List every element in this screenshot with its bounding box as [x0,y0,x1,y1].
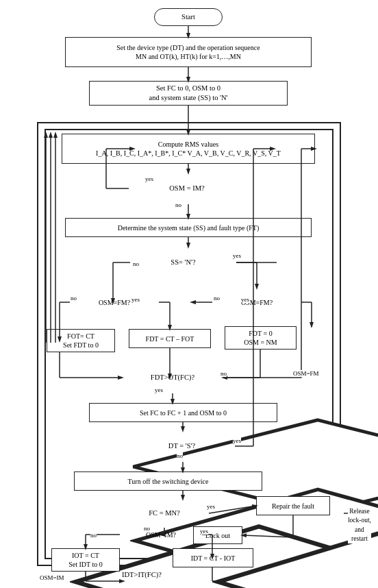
fc-mn-no-label: no [144,525,150,532]
fot-ct-label: FOT= CT Set FDT to 0 [63,332,99,350]
osm-fm-right-diamond: OSM=FM? [212,288,301,317]
osm-fm-right-yes-label: yes [241,296,249,303]
repair-fault-box: Repair the fault [256,496,330,515]
start-box: Start [154,8,223,26]
osm-fm-left-yes-label: yes [131,296,140,303]
fc-mn-label: FC = MN? [149,509,180,518]
set-fc-plus-box: Set FC to FC + 1 and OSM to 0 [89,403,277,422]
idt-ct-iot-label: IDT = CT - IOT [191,554,236,563]
idt-ct-iot-box: IDT = CT - IOT [173,548,253,567]
ss-n-label: SS= 'N'? [171,258,195,267]
fdt-0-box: FDT = 0 OSM = NM [225,326,297,350]
fdt-ct-fot-box: FDT = CT – FOT [129,329,211,348]
repair-fault-label: Repair the fault [272,502,314,511]
compute-rms-box: Compute RMS values I_A, I_B, I_C, I_A*, … [62,134,315,164]
osm-im-arrow-label: OSM=IM [40,574,64,581]
det-ss-box: Determine the system state (SS) and faul… [65,218,312,237]
fdt-0-label: FDT = 0 OSM = NM [244,329,277,347]
set-fc-box: Set FC to 0, OSM to 0 and system state (… [89,81,288,106]
ss-n-yes-label: yes [233,252,241,259]
idt-it-label2: IDT>IT(FC)? [122,571,162,578]
osm-im2-diamond: OSM=IM? [120,521,202,548]
ss-n-diamond: SS= 'N'? [130,247,236,278]
compute-rms-label: Compute RMS values I_A, I_B, I_C, I_A*, … [96,140,281,158]
start-label: Start [181,12,195,22]
flowchart: Start Set the device type (DT) and the o… [0,0,378,588]
osm-im2-label: OSM=IM? [146,530,176,539]
idt-it-diamond2: IDT>IT(FC)? [122,570,223,588]
release-label: Release lock-out, and restart [348,507,371,543]
iot-ct-label: IOT = CT Set IDT to 0 [68,551,103,569]
det-ss-label: Determine the system state (SS) and faul… [118,223,260,232]
dt-s-yes-label: yes [233,437,241,444]
iot-ct-box: IOT = CT Set IDT to 0 [51,548,120,572]
set-device-label: Set the device type (DT) and the operati… [116,43,260,61]
osm-fm-left-no-label: no [71,295,77,302]
osm-im2-no-label: no [90,532,97,539]
osm-fm-left-diamond: OSM=FM? [70,288,159,317]
osm-fm-left-label: OSM=FM? [99,298,130,307]
dt-s-no-label: no [177,452,183,459]
release-text: Release lock-out, and restart [348,508,371,542]
set-device-box: Set the device type (DT) and the operati… [65,37,312,67]
fdt-ot-label: FDT>OT(FC)? [151,373,194,382]
ss-n-no-label: no [133,260,139,267]
osm-im-yes-label: yes [145,175,153,182]
fdt-ot-no-label: no [220,370,227,377]
osm-im-no-label: no [175,201,181,208]
fdt-ot-yes-label: yes [155,387,163,393]
fdt-ot-diamond: FDT>OT(FC)? [122,362,223,393]
osm-fm-right-no-label: no [214,295,220,302]
turn-off-label: Turn off the switching device [128,477,209,486]
fc-mn-yes-label: yes [207,503,215,510]
lock-out-label: Lock out [205,531,230,540]
dt-s-label: DT = 'S'? [168,441,195,451]
osm-im2-yes-label: yes [200,528,208,535]
fdt-ct-fot-label: FDT = CT – FOT [146,334,194,343]
turn-off-box: Turn off the switching device [74,471,262,491]
osm-fm-arrow-label: OSM=FM [293,370,319,377]
fot-ct-box: FOT= CT Set FDT to 0 [47,329,115,352]
osm-im-label: OSM = IM? [169,184,204,193]
set-fc-plus-label: Set FC to FC + 1 and OSM to 0 [140,408,227,417]
set-fc-label: Set FC to 0, OSM to 0 and system state (… [149,84,228,102]
